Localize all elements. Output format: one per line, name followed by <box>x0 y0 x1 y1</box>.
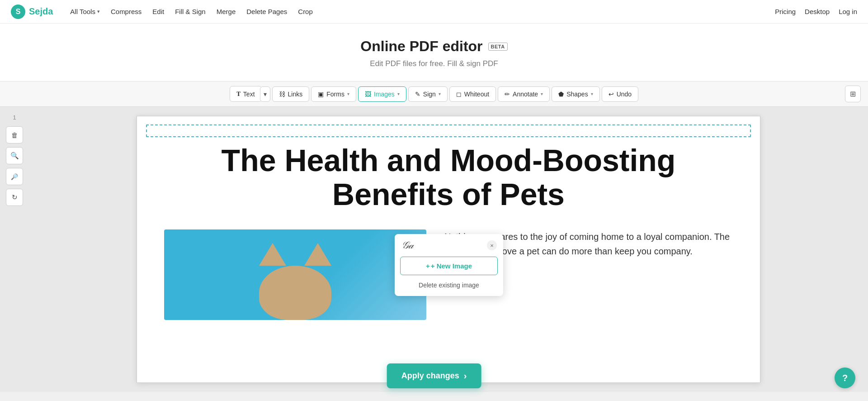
beta-badge: BETA <box>488 43 508 51</box>
logo[interactable]: S Sejda <box>11 5 53 19</box>
rotate-btn[interactable]: ↻ <box>6 189 23 206</box>
toolbar: 𝐓 Text ▾ ⛓ Links ▣ Forms ▾ 🖼 Images ▾ ✎ … <box>0 81 868 107</box>
pdf-image[interactable] <box>164 229 426 320</box>
toolbar-undo-btn[interactable]: ↩ Undo <box>602 86 638 102</box>
grid-icon: ⊞ <box>850 90 856 98</box>
link-icon: ⛓ <box>279 91 285 98</box>
help-btn[interactable]: ? <box>835 368 855 388</box>
arrow-icon: › <box>464 371 467 381</box>
nav-compress[interactable]: Compress <box>106 5 146 18</box>
delete-page-btn[interactable]: 🗑 <box>6 126 23 143</box>
question-mark-icon: ? <box>842 373 848 383</box>
navbar-right: Pricing Desktop Log in <box>775 8 857 15</box>
zoom-out-icon: 🔎 <box>11 173 18 180</box>
chevron-down-icon: ▾ <box>541 91 543 96</box>
nav-login[interactable]: Log in <box>839 8 857 15</box>
nav-crop[interactable]: Crop <box>293 5 317 18</box>
chevron-down-icon: ▾ <box>439 91 441 96</box>
nav-fill-sign[interactable]: Fill & Sign <box>170 5 210 18</box>
toolbar-shapes-btn[interactable]: ⬟ Shapes ▾ <box>552 86 599 102</box>
zoom-out-btn[interactable]: 🔎 <box>6 168 23 185</box>
nav-all-tools[interactable]: All Tools ▾ <box>66 5 104 18</box>
toolbar-forms-btn[interactable]: ▣ Forms ▾ <box>311 86 356 102</box>
chevron-down-icon: ▾ <box>347 91 349 96</box>
dropdown-logo: 𝒢𝒶 <box>401 239 413 251</box>
delete-image-link[interactable]: Delete existing image <box>400 280 498 291</box>
nav-links: All Tools ▾ Compress Edit Fill & Sign Me… <box>66 5 317 18</box>
chevron-down-icon: ▾ <box>591 91 593 96</box>
chevron-down-icon: ▾ <box>264 91 267 98</box>
annotate-icon: ✏ <box>505 91 510 98</box>
nav-merge[interactable]: Merge <box>212 5 241 18</box>
images-dropdown: 𝒢𝒶 × + + New Image Delete existing image <box>395 234 503 296</box>
toolbar-whiteout-btn[interactable]: ◻ Whiteout <box>449 86 496 102</box>
logo-name: Sejda <box>29 6 53 17</box>
zoom-in-btn[interactable]: 🔍 <box>6 147 23 164</box>
toolbar-text-dropdown-btn[interactable]: ▾ <box>260 86 270 102</box>
signature-logo-icon: 𝒢𝒶 <box>401 239 413 251</box>
left-sidebar: 1 🗑 🔍 🔎 ↻ <box>0 107 29 392</box>
trash-icon: 🗑 <box>11 131 18 139</box>
hero-subtitle: Edit PDF files for free. Fill & sign PDF <box>9 59 859 68</box>
shapes-icon: ⬟ <box>558 91 564 98</box>
chevron-down-icon: ▾ <box>397 91 400 96</box>
whiteout-icon: ◻ <box>456 91 462 98</box>
pdf-content: The Health and Mood-Boosting Benefits of… <box>137 116 760 338</box>
nav-desktop[interactable]: Desktop <box>805 8 830 15</box>
forms-icon: ▣ <box>318 91 324 98</box>
sign-icon: ✎ <box>415 91 420 98</box>
toolbar-text-btn[interactable]: 𝐓 Text <box>230 86 262 102</box>
page-number: 1 <box>13 114 16 121</box>
images-icon: 🖼 <box>365 91 371 98</box>
main-area: 1 🗑 🔍 🔎 ↻ The Health and Mood-Boosting B… <box>0 107 868 392</box>
navbar: S Sejda All Tools ▾ Compress Edit Fill &… <box>0 0 868 24</box>
cat-ear-right-decoration <box>304 243 331 266</box>
toolbar-annotate-btn[interactable]: ✏ Annotate ▾ <box>498 86 550 102</box>
apply-changes-btn[interactable]: Apply changes › <box>387 363 481 388</box>
logo-icon: S <box>11 5 25 19</box>
canvas-area: The Health and Mood-Boosting Benefits of… <box>29 107 868 392</box>
rotate-icon: ↻ <box>12 193 18 201</box>
chevron-down-icon: ▾ <box>97 9 100 14</box>
pdf-title: The Health and Mood-Boosting Benefits of… <box>164 143 733 211</box>
nav-delete-pages[interactable]: Delete Pages <box>242 5 292 18</box>
nav-edit[interactable]: Edit <box>148 5 169 18</box>
toolbar-links-btn[interactable]: ⛓ Links <box>272 86 310 102</box>
cat-body-decoration <box>259 266 331 320</box>
nav-pricing[interactable]: Pricing <box>775 8 796 15</box>
hero-section: Online PDF editor BETA Edit PDF files fo… <box>0 24 868 81</box>
text-icon: 𝐓 <box>236 90 241 98</box>
new-image-btn[interactable]: + + New Image <box>400 257 498 275</box>
apply-btn-container: Apply changes › <box>387 363 481 388</box>
toolbar-images-btn[interactable]: 🖼 Images ▾ <box>358 86 406 102</box>
hero-title: Online PDF editor BETA <box>360 38 507 55</box>
pdf-page: The Health and Mood-Boosting Benefits of… <box>137 116 760 383</box>
dropdown-close-btn[interactable]: × <box>487 240 497 250</box>
zoom-in-icon: 🔍 <box>10 152 19 160</box>
close-icon: × <box>490 242 494 249</box>
toolbar-sign-btn[interactable]: ✎ Sign ▾ <box>408 86 448 102</box>
cat-ear-left-decoration <box>259 243 286 266</box>
plus-icon: + <box>426 262 430 270</box>
navbar-left: S Sejda All Tools ▾ Compress Edit Fill &… <box>11 5 775 19</box>
dropdown-header: 𝒢𝒶 × <box>400 239 498 251</box>
grid-view-btn[interactable]: ⊞ <box>845 86 861 102</box>
undo-icon: ↩ <box>609 91 614 98</box>
